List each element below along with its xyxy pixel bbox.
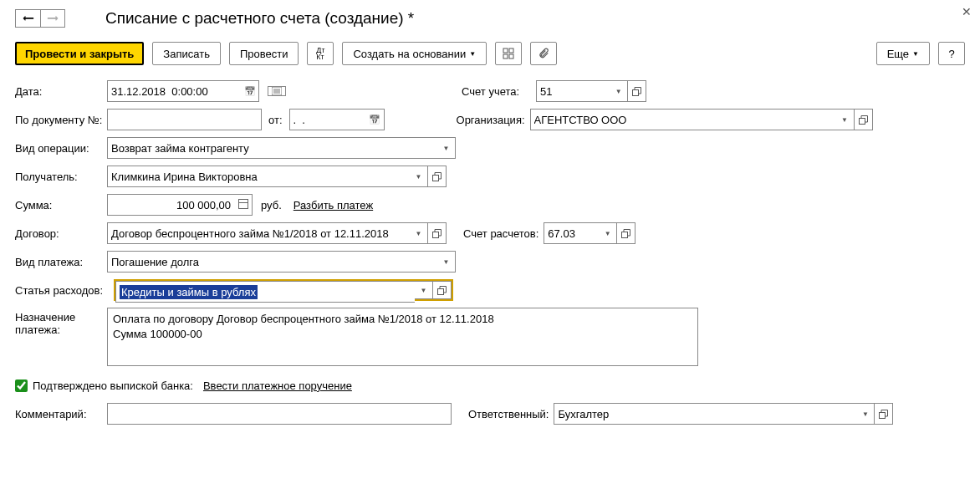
org-dropdown-icon[interactable] bbox=[836, 109, 855, 130]
docnum-from-label: от: bbox=[268, 114, 283, 126]
svg-rect-9 bbox=[859, 118, 865, 124]
post-button[interactable]: Провести bbox=[229, 42, 299, 65]
settle-acct-input[interactable] bbox=[544, 222, 599, 244]
more-button[interactable]: Еще ▼ bbox=[876, 42, 930, 65]
svg-rect-11 bbox=[433, 232, 439, 237]
svg-rect-8 bbox=[633, 89, 639, 95]
sum-label: Сумма: bbox=[15, 199, 107, 211]
structure-button[interactable] bbox=[495, 42, 522, 65]
purpose-textarea[interactable] bbox=[107, 308, 698, 366]
chevron-down-icon: ▼ bbox=[469, 50, 476, 58]
account-open-icon[interactable] bbox=[628, 80, 646, 102]
register-icon-button[interactable] bbox=[268, 86, 286, 96]
expense-label: Статья расходов: bbox=[15, 284, 114, 297]
recipient-open-icon[interactable] bbox=[428, 166, 447, 187]
docdate-input[interactable] bbox=[289, 109, 366, 130]
svg-rect-3 bbox=[509, 54, 513, 59]
page-title: Списание с расчетного счета (создание) * bbox=[105, 9, 414, 28]
settle-acct-dropdown-icon[interactable] bbox=[599, 222, 617, 244]
recipient-dropdown-icon[interactable] bbox=[410, 166, 428, 187]
post-and-close-button[interactable]: Провести и закрыть bbox=[15, 42, 144, 65]
optype-label: Вид операции: bbox=[15, 142, 107, 155]
optype-input[interactable] bbox=[107, 137, 437, 159]
responsible-open-icon[interactable] bbox=[875, 403, 893, 425]
calculator-icon[interactable] bbox=[234, 194, 253, 216]
docnum-label: По документу №: bbox=[15, 114, 107, 126]
contract-input[interactable] bbox=[107, 222, 410, 244]
settle-acct-label: Счет расчетов: bbox=[463, 227, 538, 240]
svg-rect-10 bbox=[433, 175, 439, 181]
calendar-icon[interactable] bbox=[241, 80, 259, 102]
svg-rect-13 bbox=[438, 288, 444, 294]
svg-rect-0 bbox=[503, 48, 508, 53]
account-label: Счет учета: bbox=[462, 85, 519, 98]
svg-rect-14 bbox=[880, 412, 886, 418]
paytype-input[interactable] bbox=[107, 251, 437, 273]
currency-label: руб. bbox=[261, 199, 282, 211]
contract-dropdown-icon[interactable] bbox=[410, 222, 428, 244]
attachments-button[interactable] bbox=[530, 42, 557, 65]
docnum-input[interactable] bbox=[107, 109, 262, 130]
toolbar: Провести и закрыть Записать Провести Соз… bbox=[15, 42, 965, 65]
account-dropdown-icon[interactable] bbox=[610, 80, 628, 102]
account-input[interactable] bbox=[536, 80, 610, 102]
enter-payment-order-link[interactable]: Ввести платежное поручение bbox=[203, 379, 352, 392]
settle-acct-open-icon[interactable] bbox=[617, 222, 635, 244]
split-payment-link[interactable]: Разбить платеж bbox=[293, 199, 373, 211]
sum-input[interactable] bbox=[107, 194, 234, 216]
comment-label: Комментарий: bbox=[15, 408, 107, 420]
confirmed-label: Подтверждено выпиской банка: bbox=[33, 379, 193, 392]
comment-input[interactable] bbox=[107, 403, 452, 425]
expense-dropdown-icon[interactable] bbox=[415, 281, 433, 299]
more-label: Еще bbox=[887, 48, 909, 60]
svg-rect-1 bbox=[509, 48, 513, 53]
recipient-input[interactable] bbox=[107, 166, 410, 187]
svg-rect-2 bbox=[503, 54, 508, 59]
responsible-dropdown-icon[interactable] bbox=[856, 403, 875, 425]
nav-back-button[interactable]: 🠔 bbox=[15, 9, 40, 28]
create-based-on-label: Создать на основании bbox=[353, 48, 466, 60]
expense-open-icon[interactable] bbox=[433, 281, 452, 299]
recipient-label: Получатель: bbox=[15, 171, 107, 183]
org-input[interactable] bbox=[530, 109, 836, 130]
create-based-on-button[interactable]: Создать на основании ▼ bbox=[342, 42, 487, 65]
nav-forward-button[interactable]: 🠖 bbox=[40, 9, 65, 28]
responsible-input[interactable] bbox=[554, 403, 856, 425]
svg-rect-12 bbox=[622, 232, 628, 237]
nav-group: 🠔 🠖 bbox=[15, 9, 65, 28]
date-label: Дата: bbox=[15, 85, 107, 98]
contract-open-icon[interactable] bbox=[428, 222, 447, 244]
contract-label: Договор: bbox=[15, 227, 107, 240]
paytype-dropdown-icon[interactable] bbox=[437, 251, 456, 273]
org-label: Организация: bbox=[457, 114, 525, 126]
paytype-label: Вид платежа: bbox=[15, 256, 107, 268]
org-open-icon[interactable] bbox=[855, 109, 873, 130]
chevron-down-icon: ▼ bbox=[912, 50, 919, 58]
responsible-label: Ответственный: bbox=[468, 408, 549, 420]
confirmed-checkbox[interactable] bbox=[15, 379, 28, 392]
purpose-label: Назначение платежа: bbox=[15, 308, 107, 336]
dt-kt-button[interactable] bbox=[307, 42, 334, 65]
date-input[interactable] bbox=[107, 80, 241, 102]
save-button[interactable]: Записать bbox=[152, 42, 221, 65]
optype-dropdown-icon[interactable] bbox=[437, 137, 456, 159]
window-close-icon[interactable]: ✕ bbox=[962, 5, 972, 18]
help-button[interactable]: ? bbox=[938, 42, 965, 65]
expense-input[interactable]: Кредиты и займы в рублях bbox=[115, 281, 415, 303]
calendar-icon[interactable] bbox=[366, 109, 385, 130]
